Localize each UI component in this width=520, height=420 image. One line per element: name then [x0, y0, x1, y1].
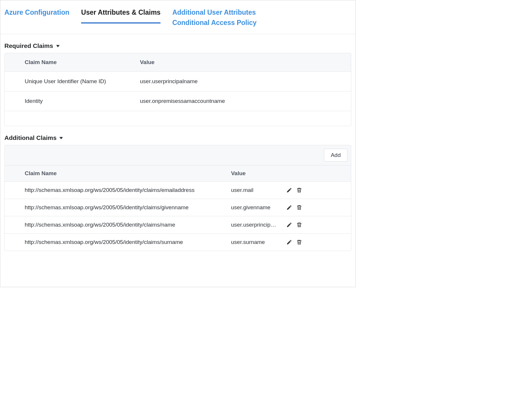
- table-row[interactable]: Identity user.onpremisessamaccountname: [5, 91, 351, 111]
- edit-icon[interactable]: [286, 239, 292, 245]
- table-row[interactable]: http://schemas.xmlsoap.org/ws/2005/05/id…: [5, 216, 351, 234]
- additional-cell-value: user.userprincipalname: [231, 222, 278, 228]
- tab-conditional-access-policy[interactable]: Conditional Access Policy: [172, 19, 257, 34]
- delete-icon[interactable]: [296, 222, 302, 228]
- section-title-required: Required Claims: [4, 42, 53, 49]
- table-row[interactable]: http://schemas.xmlsoap.org/ws/2005/05/id…: [5, 199, 351, 216]
- row-actions: [278, 222, 351, 228]
- additional-claims-panel: Add Claim Name Value http://schemas.xmls…: [4, 145, 351, 251]
- delete-icon[interactable]: [296, 205, 302, 210]
- tab-additional-user-attributes[interactable]: Additional User Attributes: [172, 9, 257, 19]
- additional-cell-name: http://schemas.xmlsoap.org/ws/2005/05/id…: [5, 187, 231, 193]
- required-cell-name: Identity: [5, 98, 140, 104]
- section-title-additional: Additional Claims: [4, 134, 56, 141]
- add-button[interactable]: Add: [324, 149, 347, 162]
- delete-icon[interactable]: [296, 187, 302, 193]
- tab-bar: Azure Configuration User Attributes & Cl…: [0, 0, 355, 34]
- edit-icon[interactable]: [286, 222, 292, 228]
- required-cell-value: user.onpremisessamaccountname: [140, 98, 351, 104]
- edit-icon[interactable]: [286, 187, 292, 193]
- required-cell-value: user.userprincipalname: [140, 78, 351, 85]
- section-header-additional[interactable]: Additional Claims: [4, 134, 355, 141]
- table-row[interactable]: http://schemas.xmlsoap.org/ws/2005/05/id…: [5, 234, 351, 251]
- tab-extra-column: Additional User Attributes Conditional A…: [172, 9, 257, 34]
- additional-cell-name: http://schemas.xmlsoap.org/ws/2005/05/id…: [5, 239, 231, 245]
- edit-icon[interactable]: [286, 205, 292, 210]
- required-header-name: Claim Name: [5, 59, 140, 66]
- panel-spacer: [5, 111, 351, 126]
- additional-claims-toolbar: Add: [5, 145, 351, 165]
- caret-down-icon: [56, 45, 60, 47]
- required-claims-panel: Claim Name Value Unique User Identifier …: [4, 53, 351, 126]
- table-row[interactable]: Unique User Identifier (Name ID) user.us…: [5, 72, 351, 91]
- additional-claims-header-row: Claim Name Value: [5, 165, 351, 182]
- additional-cell-value: user.surname: [231, 239, 278, 245]
- tab-azure-configuration[interactable]: Azure Configuration: [4, 9, 69, 24]
- additional-cell-name: http://schemas.xmlsoap.org/ws/2005/05/id…: [5, 222, 231, 228]
- additional-header-name: Claim Name: [5, 170, 231, 177]
- additional-cell-value: user.mail: [231, 187, 278, 193]
- table-row[interactable]: http://schemas.xmlsoap.org/ws/2005/05/id…: [5, 182, 351, 199]
- additional-cell-name: http://schemas.xmlsoap.org/ws/2005/05/id…: [5, 204, 231, 211]
- row-actions: [278, 187, 351, 193]
- required-claims-header-row: Claim Name Value: [5, 53, 351, 72]
- section-header-required[interactable]: Required Claims: [4, 42, 355, 49]
- additional-cell-value: user.givenname: [231, 204, 278, 211]
- additional-header-value: Value: [231, 170, 278, 177]
- additional-header-actions: [278, 170, 351, 177]
- required-cell-name: Unique User Identifier (Name ID): [5, 78, 140, 85]
- delete-icon[interactable]: [296, 239, 302, 245]
- tab-user-attributes-claims[interactable]: User Attributes & Claims: [81, 9, 160, 24]
- row-actions: [278, 205, 351, 210]
- page-frame: Azure Configuration User Attributes & Cl…: [0, 0, 356, 287]
- row-actions: [278, 239, 351, 245]
- caret-down-icon: [59, 137, 63, 139]
- required-header-value: Value: [140, 59, 351, 66]
